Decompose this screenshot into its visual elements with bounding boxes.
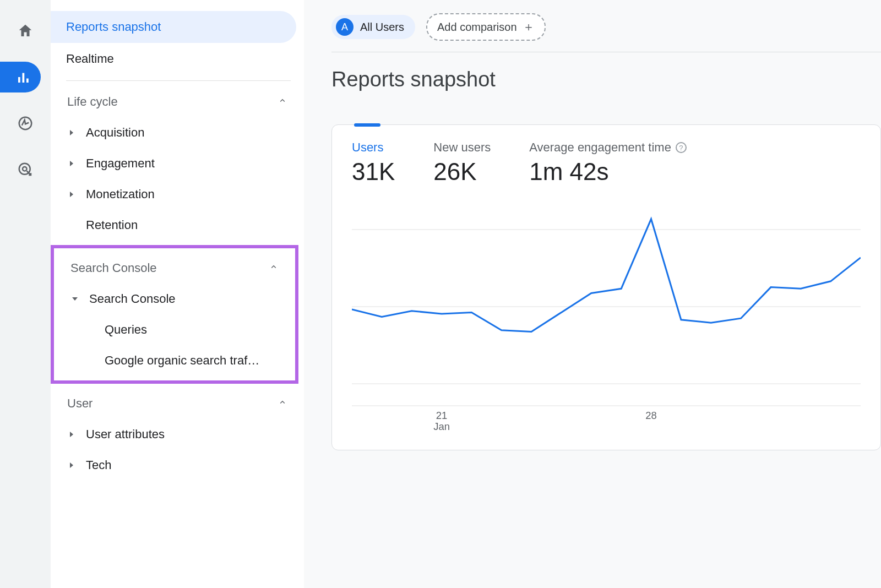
sidebar-reports-snapshot[interactable]: Reports snapshot xyxy=(51,11,296,43)
svg-rect-2 xyxy=(26,79,29,83)
main-content: A All Users Add comparison ＋ Reports sna… xyxy=(304,0,881,588)
chart-svg: 21Jan28 xyxy=(352,208,861,439)
metric-label: New users xyxy=(433,140,491,155)
sidebar-realtime[interactable]: Realtime xyxy=(51,43,296,75)
metric-new-users[interactable]: New users 26K xyxy=(433,140,491,186)
metric-label: Average engagement time ? xyxy=(529,140,687,155)
sidebar-queries[interactable]: Queries xyxy=(54,314,295,345)
sidebar-item-label: Monetization xyxy=(86,187,155,202)
divider xyxy=(66,80,291,81)
section-title: Search Console xyxy=(70,261,157,275)
segment-label: All Users xyxy=(360,21,404,34)
chevron-up-icon xyxy=(278,95,287,109)
section-title: User xyxy=(67,396,93,411)
rail-home[interactable] xyxy=(10,15,41,46)
svg-text:28: 28 xyxy=(645,410,657,421)
active-metric-indicator xyxy=(354,123,380,127)
sidebar-item-label: Acquisition xyxy=(86,126,144,140)
users-line-chart: 21Jan28 xyxy=(352,208,861,439)
metric-users[interactable]: Users 31K xyxy=(352,140,395,186)
svg-rect-0 xyxy=(18,77,20,83)
button-label: Add comparison xyxy=(437,21,517,34)
svg-text:Jan: Jan xyxy=(433,421,450,432)
sidebar-tech[interactable]: Tech xyxy=(51,450,304,481)
sidebar-acquisition[interactable]: Acquisition xyxy=(51,117,304,148)
target-icon xyxy=(17,161,34,178)
explore-icon xyxy=(17,115,34,132)
svg-text:21: 21 xyxy=(436,410,448,421)
comparison-bar: A All Users Add comparison ＋ xyxy=(331,13,881,52)
rail-reports[interactable] xyxy=(0,62,41,92)
rail-explore[interactable] xyxy=(10,108,41,139)
add-comparison-button[interactable]: Add comparison ＋ xyxy=(426,13,546,41)
sidebar-engagement[interactable]: Engagement xyxy=(51,148,304,179)
sidebar-monetization[interactable]: Monetization xyxy=(51,179,304,210)
bar-chart-icon xyxy=(15,69,32,85)
metric-value: 26K xyxy=(433,158,491,186)
caret-right-icon xyxy=(67,191,76,198)
divider xyxy=(331,52,881,52)
svg-rect-1 xyxy=(23,73,25,83)
metrics-row: Users 31K New users 26K Average engageme… xyxy=(352,140,861,186)
sidebar-user-attributes[interactable]: User attributes xyxy=(51,419,304,450)
section-header-search-console[interactable]: Search Console xyxy=(54,253,295,284)
section-title: Life cycle xyxy=(67,95,118,109)
sidebar-search-console-group[interactable]: Search Console xyxy=(54,284,295,314)
metric-value: 1m 42s xyxy=(529,158,687,186)
segment-chip-all-users[interactable]: A All Users xyxy=(331,15,415,39)
page-title: Reports snapshot xyxy=(331,68,881,91)
caret-right-icon xyxy=(67,462,76,469)
sidebar-item-label: Engagement xyxy=(86,156,155,171)
caret-right-icon xyxy=(67,129,76,136)
help-icon[interactable]: ? xyxy=(676,142,687,153)
metric-label: Users xyxy=(352,140,395,155)
sidebar-organic-traffic[interactable]: Google organic search traf… xyxy=(54,345,295,376)
caret-down-icon xyxy=(70,296,79,302)
rail-advertising[interactable] xyxy=(10,154,41,185)
sidebar-retention[interactable]: Retention xyxy=(51,210,304,241)
metric-avg-engagement[interactable]: Average engagement time ? 1m 42s xyxy=(529,140,687,186)
sidebar-item-label: Realtime xyxy=(66,52,114,66)
sidebar-item-label: Search Console xyxy=(89,292,176,306)
caret-right-icon xyxy=(67,431,76,438)
sidebar-item-label: Tech xyxy=(86,458,111,472)
caret-right-icon xyxy=(67,160,76,167)
metric-value: 31K xyxy=(352,158,395,186)
plus-icon: ＋ xyxy=(523,19,535,35)
chevron-up-icon xyxy=(269,261,279,275)
home-icon xyxy=(17,23,34,39)
overview-card: Users 31K New users 26K Average engageme… xyxy=(331,124,881,450)
sidebar-item-label: Queries xyxy=(105,323,147,337)
sidebar-item-label: Reports snapshot xyxy=(66,20,161,34)
icon-rail xyxy=(0,0,51,588)
segment-avatar: A xyxy=(336,18,354,36)
section-header-user[interactable]: User xyxy=(51,388,304,419)
chevron-up-icon xyxy=(278,396,287,411)
sidebar: Reports snapshot Realtime Life cycle Acq… xyxy=(51,0,304,588)
sidebar-item-label: Retention xyxy=(86,218,138,232)
section-header-lifecycle[interactable]: Life cycle xyxy=(51,86,304,117)
search-console-highlight: Search Console Search Console Queries Go… xyxy=(51,245,298,384)
sidebar-item-label: Google organic search traf… xyxy=(105,353,259,368)
metric-label-text: Average engagement time xyxy=(529,140,671,155)
sidebar-item-label: User attributes xyxy=(86,427,165,442)
svg-point-5 xyxy=(23,167,27,171)
